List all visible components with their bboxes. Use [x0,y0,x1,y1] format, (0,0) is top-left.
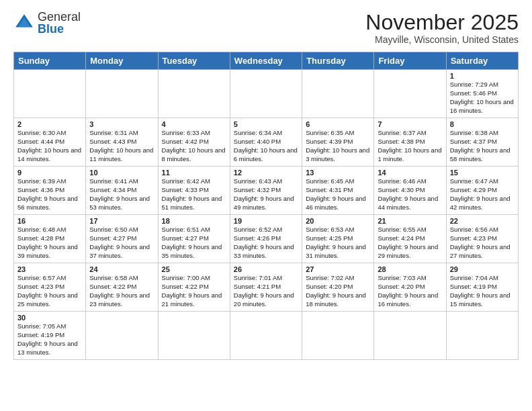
day-info: Sunrise: 6:55 AM Sunset: 4:24 PM Dayligh… [378,226,442,260]
calendar-cell: 19Sunrise: 6:52 AM Sunset: 4:26 PM Dayli… [230,215,302,263]
day-number: 29 [450,265,515,273]
calendar-cell: 10Sunrise: 6:41 AM Sunset: 4:34 PM Dayli… [86,167,158,215]
calendar-cell: 13Sunrise: 6:45 AM Sunset: 4:31 PM Dayli… [302,167,374,215]
calendar-cell [302,70,374,118]
day-info: Sunrise: 7:05 AM Sunset: 4:19 PM Dayligh… [17,322,82,357]
day-number: 1 [450,72,515,80]
weekday-header-wednesday: Wednesday [230,52,302,70]
weekday-header-tuesday: Tuesday [158,52,230,70]
week-row-1: 2Sunrise: 6:30 AM Sunset: 4:44 PM Daylig… [14,118,519,167]
day-info: Sunrise: 6:31 AM Sunset: 4:43 PM Dayligh… [89,129,154,163]
day-info: Sunrise: 6:37 AM Sunset: 4:38 PM Dayligh… [378,129,442,163]
day-info: Sunrise: 6:33 AM Sunset: 4:42 PM Dayligh… [162,129,226,163]
day-info: Sunrise: 6:57 AM Sunset: 4:23 PM Dayligh… [17,274,82,308]
calendar-cell [14,70,86,118]
logo-text: General Blue [38,11,81,35]
location: Mayville, Wisconsin, United States [365,34,519,45]
calendar-cell: 28Sunrise: 7:03 AM Sunset: 4:20 PM Dayli… [374,263,446,312]
day-number: 19 [234,217,298,225]
day-number: 18 [162,217,226,225]
day-number: 26 [234,265,298,273]
day-number: 16 [17,217,82,225]
calendar-cell: 7Sunrise: 6:37 AM Sunset: 4:38 PM Daylig… [374,118,446,167]
calendar-table: SundayMondayTuesdayWednesdayThursdayFrid… [13,52,519,360]
weekday-header-thursday: Thursday [302,52,374,70]
day-info: Sunrise: 6:43 AM Sunset: 4:32 PM Dayligh… [234,177,298,212]
day-info: Sunrise: 6:38 AM Sunset: 4:37 PM Dayligh… [450,129,515,163]
calendar-cell: 14Sunrise: 6:46 AM Sunset: 4:30 PM Dayli… [374,167,446,215]
calendar-cell: 30Sunrise: 7:05 AM Sunset: 4:19 PM Dayli… [14,312,86,360]
calendar-cell: 2Sunrise: 6:30 AM Sunset: 4:44 PM Daylig… [14,118,86,167]
day-info: Sunrise: 6:56 AM Sunset: 4:23 PM Dayligh… [450,226,515,260]
day-info: Sunrise: 6:46 AM Sunset: 4:30 PM Dayligh… [378,177,442,212]
calendar-cell: 23Sunrise: 6:57 AM Sunset: 4:23 PM Dayli… [14,263,86,312]
day-info: Sunrise: 6:50 AM Sunset: 4:27 PM Dayligh… [89,226,154,260]
day-info: Sunrise: 7:01 AM Sunset: 4:21 PM Dayligh… [234,274,298,308]
week-row-0: 1Sunrise: 7:29 AM Sunset: 5:46 PM Daylig… [14,70,519,118]
calendar-cell: 22Sunrise: 6:56 AM Sunset: 4:23 PM Dayli… [446,215,518,263]
week-row-4: 23Sunrise: 6:57 AM Sunset: 4:23 PM Dayli… [14,263,519,312]
day-info: Sunrise: 6:35 AM Sunset: 4:39 PM Dayligh… [306,129,370,163]
calendar-cell: 24Sunrise: 6:58 AM Sunset: 4:22 PM Dayli… [86,263,158,312]
day-number: 9 [17,169,82,177]
calendar-cell: 5Sunrise: 6:34 AM Sunset: 4:40 PM Daylig… [230,118,302,167]
calendar-cell [302,312,374,360]
day-number: 30 [17,314,82,322]
day-info: Sunrise: 6:47 AM Sunset: 4:29 PM Dayligh… [450,177,515,212]
day-info: Sunrise: 6:39 AM Sunset: 4:36 PM Dayligh… [17,177,82,212]
calendar-cell [86,312,158,360]
week-row-3: 16Sunrise: 6:48 AM Sunset: 4:28 PM Dayli… [14,215,519,263]
day-info: Sunrise: 6:53 AM Sunset: 4:25 PM Dayligh… [306,226,370,260]
day-info: Sunrise: 6:48 AM Sunset: 4:28 PM Dayligh… [17,226,82,260]
day-info: Sunrise: 7:02 AM Sunset: 4:20 PM Dayligh… [306,274,370,308]
day-number: 22 [450,217,515,225]
calendar-cell: 25Sunrise: 7:00 AM Sunset: 4:22 PM Dayli… [158,263,230,312]
calendar-cell: 11Sunrise: 6:42 AM Sunset: 4:33 PM Dayli… [158,167,230,215]
calendar-cell [374,70,446,118]
calendar-cell [446,312,518,360]
day-info: Sunrise: 6:34 AM Sunset: 4:40 PM Dayligh… [234,129,298,163]
day-info: Sunrise: 7:00 AM Sunset: 4:22 PM Dayligh… [162,274,226,308]
week-row-5: 30Sunrise: 7:05 AM Sunset: 4:19 PM Dayli… [14,312,519,360]
day-info: Sunrise: 6:51 AM Sunset: 4:27 PM Dayligh… [162,226,226,260]
day-info: Sunrise: 7:04 AM Sunset: 4:19 PM Dayligh… [450,274,515,308]
calendar-cell: 8Sunrise: 6:38 AM Sunset: 4:37 PM Daylig… [446,118,518,167]
calendar-cell [374,312,446,360]
calendar-cell: 9Sunrise: 6:39 AM Sunset: 4:36 PM Daylig… [14,167,86,215]
weekday-header-saturday: Saturday [446,52,518,70]
calendar-cell: 18Sunrise: 6:51 AM Sunset: 4:27 PM Dayli… [158,215,230,263]
day-number: 27 [306,265,370,273]
title-block: November 2025 Mayville, Wisconsin, Unite… [365,11,519,45]
calendar-cell: 26Sunrise: 7:01 AM Sunset: 4:21 PM Dayli… [230,263,302,312]
day-number: 11 [162,169,226,177]
day-info: Sunrise: 6:52 AM Sunset: 4:26 PM Dayligh… [234,226,298,260]
calendar-cell: 4Sunrise: 6:33 AM Sunset: 4:42 PM Daylig… [158,118,230,167]
day-number: 20 [306,217,370,225]
day-info: Sunrise: 6:42 AM Sunset: 4:33 PM Dayligh… [162,177,226,212]
calendar-cell [230,70,302,118]
day-number: 23 [17,265,82,273]
calendar-cell: 21Sunrise: 6:55 AM Sunset: 4:24 PM Dayli… [374,215,446,263]
calendar-cell: 20Sunrise: 6:53 AM Sunset: 4:25 PM Dayli… [302,215,374,263]
logo-blue: Blue [38,22,64,36]
day-info: Sunrise: 7:03 AM Sunset: 4:20 PM Dayligh… [378,274,442,308]
day-info: Sunrise: 6:41 AM Sunset: 4:34 PM Dayligh… [89,177,154,212]
week-row-2: 9Sunrise: 6:39 AM Sunset: 4:36 PM Daylig… [14,167,519,215]
logo-general: General [38,10,81,24]
month-title: November 2025 [365,11,519,34]
calendar-cell [158,70,230,118]
day-number: 7 [378,120,442,128]
day-number: 12 [234,169,298,177]
weekday-header-sunday: Sunday [14,52,86,70]
day-number: 21 [378,217,442,225]
day-number: 28 [378,265,442,273]
generalblue-logo-icon [13,12,35,34]
weekday-header-monday: Monday [86,52,158,70]
weekday-header-friday: Friday [374,52,446,70]
day-number: 25 [162,265,226,273]
calendar-cell: 1Sunrise: 7:29 AM Sunset: 5:46 PM Daylig… [446,70,518,118]
header: General Blue November 2025 Mayville, Wis… [13,11,519,45]
day-number: 3 [89,120,154,128]
day-number: 2 [17,120,82,128]
calendar-cell [86,70,158,118]
